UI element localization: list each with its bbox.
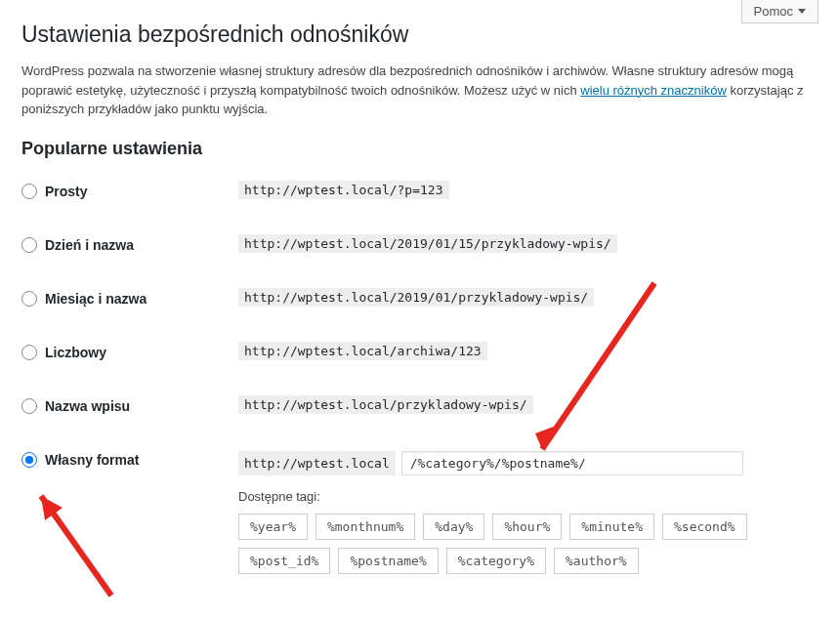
option-label: Prosty (45, 183, 238, 199)
option-row: Miesiąc i nazwahttp://wptest.local/2019/… (21, 290, 819, 307)
section-heading: Popularne ustawienia (21, 139, 819, 159)
tags-label: Dostępne tagi: (238, 489, 819, 504)
option-label: Miesiąc i nazwa (45, 290, 238, 307)
option-label: Dzień i nazwa (45, 236, 238, 253)
tags-doc-link[interactable]: wielu różnych znaczników (580, 83, 727, 98)
tag-button-post_id[interactable]: %post_id% (238, 548, 330, 574)
radio-option-1[interactable] (21, 237, 37, 253)
custom-prefix: http://wptest.local (238, 451, 396, 475)
radio-option-3[interactable] (21, 345, 37, 360)
help-tab[interactable]: Pomoc (741, 0, 819, 23)
option-example: http://wptest.local/przykladowy-wpis/ (238, 395, 533, 414)
option-example: http://wptest.local/2019/01/przykladowy-… (238, 288, 594, 307)
radio-custom[interactable] (21, 452, 37, 468)
chevron-down-icon (798, 9, 806, 14)
radio-option-2[interactable] (21, 291, 37, 307)
tag-button-postname[interactable]: %postname% (338, 548, 438, 574)
tag-button-second[interactable]: %second% (662, 514, 747, 540)
option-row: Prostyhttp://wptest.local/?p=123 (21, 183, 819, 199)
help-tab-label: Pomoc (754, 4, 793, 19)
option-label: Liczbowy (45, 344, 238, 360)
tag-button-monthnum[interactable]: %monthnum% (315, 514, 415, 540)
svg-marker-1 (535, 425, 559, 449)
option-row-custom: Własny format http://wptest.local Dostęp… (21, 451, 819, 574)
radio-option-4[interactable] (21, 398, 37, 414)
tag-button-year[interactable]: %year% (238, 514, 308, 540)
option-row: Nazwa wpisuhttp://wptest.local/przyklado… (21, 397, 819, 414)
option-example: http://wptest.local/archiwa/123 (238, 342, 487, 360)
tag-button-minute[interactable]: %minute% (569, 514, 654, 540)
option-row: Liczbowyhttp://wptest.local/archiwa/123 (21, 344, 819, 360)
tag-button-day[interactable]: %day% (423, 514, 484, 540)
page-title: Ustawienia bezpośrednich odnośników (21, 21, 819, 48)
radio-option-0[interactable] (21, 184, 37, 199)
tag-button-category[interactable]: %category% (446, 548, 546, 574)
option-example: http://wptest.local/?p=123 (238, 181, 449, 199)
option-row: Dzień i nazwahttp://wptest.local/2019/01… (21, 236, 819, 253)
tag-button-hour[interactable]: %hour% (492, 514, 562, 540)
option-example: http://wptest.local/2019/01/15/przyklado… (238, 234, 617, 253)
tag-button-author[interactable]: %author% (554, 548, 639, 574)
option-label: Nazwa wpisu (45, 397, 238, 414)
custom-structure-input[interactable] (401, 451, 743, 475)
page-description: WordPress pozwala na stworzenie własnej … (21, 62, 819, 119)
option-label-custom: Własny format (45, 451, 238, 468)
